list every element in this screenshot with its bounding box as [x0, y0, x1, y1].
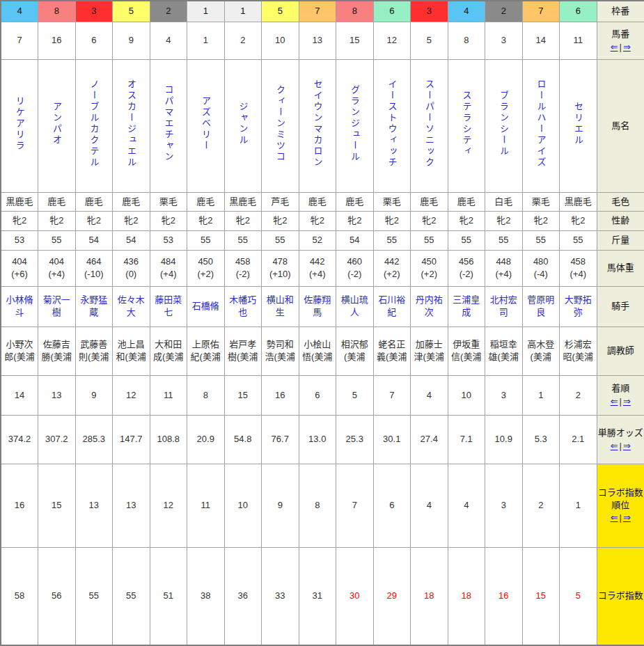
cell-odds-horse-13: 13.0 [299, 415, 336, 464]
row-weight: 53555454535555555254555555555555斤量 [1, 230, 644, 250]
horse-name-text[interactable]: リケアリラ [13, 96, 26, 152]
horse-name-text[interactable]: ブランシール [497, 90, 510, 157]
row-sexage: 牝2牝2牝2牝2牝2牝2牝2牝2牝2牝2牝2牝2牝2牝2牝2牝2性齢 [1, 211, 644, 230]
cell-bodyweight-horse-14: 480(-4) [522, 250, 560, 286]
sort-desc-link-uma[interactable]: ⇒ [623, 42, 631, 52]
bodyweight-value: 442 [310, 256, 325, 267]
row-collab_index: 5856555551383633313029181816155コラボ指数 [1, 547, 644, 645]
horse-name-text[interactable]: ロールハーアイズ [535, 79, 547, 168]
cell-jockey-horse-3[interactable]: 北村宏司 [485, 286, 523, 326]
cell-finish-horse-11: 2 [560, 375, 597, 415]
cell-sexage-horse-4: 牝2 [150, 211, 187, 230]
cell-name-horse-11[interactable]: セリエル [560, 59, 597, 192]
cell-coat-horse-13: 鹿毛 [299, 192, 336, 211]
cell-jockey-horse-7[interactable]: 小林脩斗 [1, 286, 38, 326]
bodyweight-value: 442 [384, 256, 400, 267]
cell-bodyweight-horse-3: 448(+4) [485, 250, 523, 286]
cell-odds-horse-11: 2.1 [560, 415, 597, 464]
cell-name-horse-4[interactable]: コパマエチャン [150, 59, 187, 192]
horse-name-text[interactable]: セリエル [572, 102, 584, 146]
cell-name-horse-1[interactable]: アズベリー [187, 59, 225, 192]
horse-name-text[interactable]: スーパーソニック [423, 79, 435, 168]
cell-finish-horse-13: 6 [299, 375, 336, 415]
bodyweight-diff: (+4) [309, 269, 325, 279]
cell-uma-horse-16: 16 [38, 22, 76, 59]
row-finish: 14139121181516657410312着順⇐|⇒ [1, 375, 644, 415]
cell-jockey-horse-2[interactable]: 木幡巧也 [224, 286, 262, 326]
cell-name-horse-9[interactable]: オスカージュエル [113, 59, 150, 192]
cell-bodyweight-horse-7: 404(+6) [1, 250, 38, 286]
cell-collab_rank-horse-15: 7 [336, 464, 374, 547]
sort-desc-link-collab_rank[interactable]: ⇒ [623, 512, 631, 523]
cell-jockey-horse-4[interactable]: 藤田菜七 [150, 286, 187, 326]
cell-jockey-horse-11[interactable]: 大野拓弥 [560, 286, 597, 326]
sort-desc-link-odds[interactable]: ⇒ [623, 441, 631, 451]
bodyweight-diff: (+4) [570, 269, 586, 279]
cell-jockey-horse-13[interactable]: 佐藤翔馬 [299, 286, 336, 326]
cell-name-horse-12[interactable]: イーストウィッチ [373, 59, 411, 192]
horse-name-text[interactable]: ノーブルカクテル [88, 79, 100, 168]
cell-jockey-horse-12[interactable]: 石川裕紀 [373, 286, 411, 326]
cell-odds-horse-3: 10.9 [485, 415, 523, 464]
cell-jockey-horse-6[interactable]: 永野猛蔵 [75, 286, 113, 326]
sort-asc-link-uma[interactable]: ⇐ [611, 42, 618, 52]
cell-name-horse-10[interactable]: クィーンミツコ [262, 59, 299, 192]
cell-name-horse-16[interactable]: アンパオ [38, 59, 76, 192]
cell-jockey-horse-14[interactable]: 菅原明良 [522, 286, 560, 326]
cell-coat-horse-9: 鹿毛 [113, 192, 150, 211]
cell-odds-horse-4: 108.8 [150, 415, 187, 464]
sort-separator: | [618, 512, 623, 523]
sort-desc-link-finish[interactable]: ⇒ [623, 396, 631, 407]
row-label-text: 毛色 [611, 196, 629, 207]
horse-name-text[interactable]: アンパオ [50, 102, 63, 146]
cell-uma-horse-13: 13 [299, 22, 336, 59]
cell-name-horse-2[interactable]: ジャンル [224, 59, 262, 192]
bodyweight-diff: (+6) [11, 269, 27, 279]
row-label-coat: 毛色 [597, 192, 644, 211]
cell-coat-horse-15: 鹿毛 [336, 192, 374, 211]
bodyweight-value: 458 [570, 256, 586, 267]
cell-trainer-horse-9: 池上昌和(美浦 [113, 326, 150, 375]
cell-jockey-horse-8[interactable]: 三浦皇成 [448, 286, 485, 326]
cell-waku-horse-12: 6 [373, 1, 411, 22]
cell-finish-horse-5: 4 [411, 375, 448, 415]
row-label-text: 調教師 [607, 345, 634, 356]
cell-jockey-horse-10[interactable]: 横山和生 [262, 286, 299, 326]
cell-collab_index-horse-13: 31 [299, 547, 336, 645]
cell-jockey-horse-16[interactable]: 菊沢一樹 [38, 286, 76, 326]
row-label-text: 馬番 [611, 29, 629, 39]
cell-name-horse-14[interactable]: ロールハーアイズ [522, 59, 560, 192]
cell-name-horse-15[interactable]: グランジュール [336, 59, 374, 192]
horse-name-text[interactable]: アズベリー [199, 96, 212, 152]
cell-waku-horse-11: 6 [560, 1, 597, 22]
cell-collab_index-horse-9: 55 [113, 547, 150, 645]
cell-finish-horse-6: 9 [75, 375, 113, 415]
sort-separator: | [618, 42, 623, 52]
horse-name-text[interactable]: グランジュール [348, 85, 361, 163]
cell-name-horse-5[interactable]: スーパーソニック [411, 59, 448, 192]
sort-asc-link-finish[interactable]: ⇐ [611, 396, 618, 407]
sort-asc-link-collab_rank[interactable]: ⇐ [611, 512, 618, 523]
cell-name-horse-13[interactable]: セイウンマカロン [299, 59, 336, 192]
sort-asc-link-odds[interactable]: ⇐ [611, 441, 618, 451]
cell-jockey-horse-15[interactable]: 横山琉人 [336, 286, 374, 326]
horse-name-text[interactable]: イーストウィッチ [386, 79, 398, 168]
horse-name-text[interactable]: ステラシティ [460, 90, 473, 157]
cell-name-horse-8[interactable]: ステラシティ [448, 59, 485, 192]
cell-collab_rank-horse-3: 3 [485, 464, 523, 547]
cell-jockey-horse-5[interactable]: 丹内祐次 [411, 286, 448, 326]
horse-name-text[interactable]: ジャンル [237, 102, 249, 146]
cell-name-horse-7[interactable]: リケアリラ [1, 59, 38, 192]
horse-name-text[interactable]: コパマエチャン [162, 85, 175, 163]
horse-name-text[interactable]: クィーンミツコ [274, 85, 286, 163]
horse-name-text[interactable]: オスカージュエル [125, 79, 137, 168]
cell-name-horse-3[interactable]: ブランシール [485, 59, 523, 192]
cell-collab_rank-horse-4: 12 [150, 464, 187, 547]
cell-name-horse-6[interactable]: ノーブルカクテル [75, 59, 113, 192]
sort-arrows-uma: ⇐|⇒ [598, 41, 644, 54]
cell-jockey-horse-9[interactable]: 佐々木大 [113, 286, 150, 326]
cell-uma-horse-8: 8 [448, 22, 485, 59]
cell-trainer-horse-8: 伊坂重信(美浦 [448, 326, 485, 375]
cell-jockey-horse-1[interactable]: 石橋脩 [187, 286, 225, 326]
horse-name-text[interactable]: セイウンマカロン [311, 79, 324, 168]
